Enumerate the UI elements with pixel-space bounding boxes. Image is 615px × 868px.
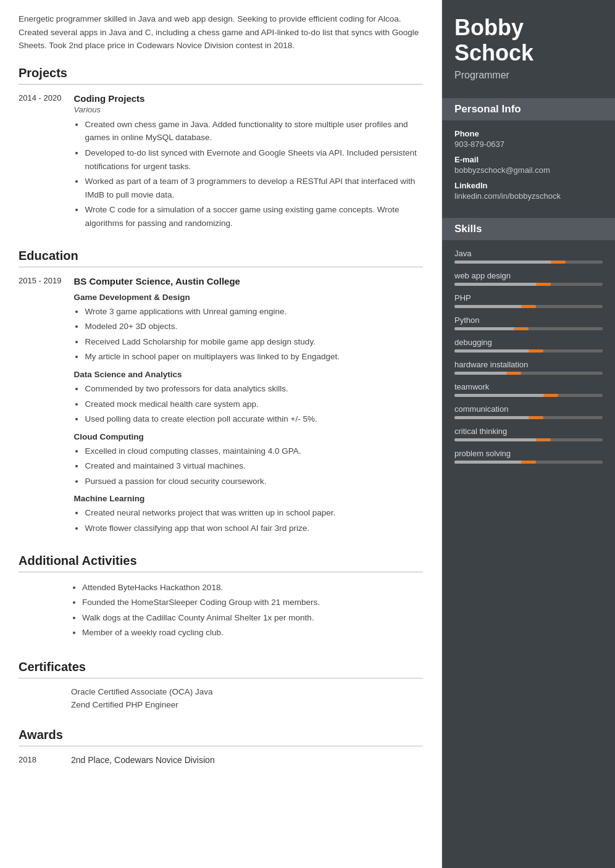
activities-dates <box>19 581 59 645</box>
activities-title: Additional Activities <box>19 554 423 572</box>
education-degree: BS Computer Science, Austin College <box>73 276 423 286</box>
phone-label: Phone <box>454 129 603 138</box>
certificates-title: Certificates <box>19 660 423 678</box>
skill-item: teamwork <box>454 382 603 397</box>
skill-bar <box>454 283 603 286</box>
skill-item: Java <box>454 249 603 264</box>
project-dates: 2014 - 2020 <box>19 93 61 234</box>
email-label: E-mail <box>454 155 603 164</box>
certificates-entry: Oracle Certified Associate (OCA) Java Ze… <box>19 687 423 713</box>
skill-name: Java <box>454 249 603 258</box>
bullet-item: Worked as part of a team of 3 programmer… <box>85 175 423 201</box>
bullet-item: Walk dogs at the Cadillac County Animal … <box>82 611 320 625</box>
skill-bar <box>454 394 603 397</box>
bullet-item: Created mock medical health care system … <box>85 398 423 411</box>
bullet-item: Excelled in cloud computing classes, mai… <box>85 444 423 458</box>
project-bullets: Created own chess game in Java. Added fu… <box>73 118 423 230</box>
award-entry: 2018 2nd Place, Codewars Novice Division <box>19 755 423 765</box>
bullet-item: Wrote 3 game applications with Unreal ga… <box>85 305 423 319</box>
bullet-item: Pursued a passion for cloud security cou… <box>85 475 423 488</box>
activities-section: Additional Activities Attended ByteHacks… <box>19 554 423 645</box>
right-column: Bobby Schock Programmer Personal Info Ph… <box>442 0 615 868</box>
skill-bar <box>454 261 603 264</box>
certificates-section: Certificates Oracle Certified Associate … <box>19 660 423 713</box>
project-content: Coding Projects Various Created own ches… <box>73 93 423 234</box>
bullet-item: Created neural networks project that was… <box>85 506 423 520</box>
bullet-item: Created own chess game in Java. Added fu… <box>85 118 423 144</box>
skill-item: communication <box>454 404 603 419</box>
skill-item: critical thinking <box>454 427 603 441</box>
skill-bar <box>454 349 603 353</box>
education-dates: 2015 - 2019 <box>19 276 61 539</box>
subsection-bullets: Wrote 3 game applications with Unreal ga… <box>73 305 423 364</box>
subsection-heading: Machine Learning <box>73 494 423 503</box>
personal-info-section: Personal Info Phone 903-879-0637 E-mail … <box>442 90 615 209</box>
bullet-item: My article in school paper on multiplaye… <box>85 350 423 364</box>
email-value: bobbyzschock@gmail.com <box>454 165 603 175</box>
skill-name: PHP <box>454 293 603 303</box>
linkedin-value: linkedin.com/in/bobbyzschock <box>454 191 603 201</box>
skill-bar <box>454 461 603 464</box>
education-section: Education 2015 - 2019 BS Computer Scienc… <box>19 249 423 539</box>
name-block: Bobby Schock Programmer <box>442 0 615 90</box>
project-title: Coding Projects <box>73 93 423 104</box>
bullet-item: Used polling data to create election pol… <box>85 412 423 426</box>
skill-item: Python <box>454 315 603 330</box>
bullet-item: Developed to-do list synced with Evernot… <box>85 146 423 173</box>
left-column: Energetic programmer skilled in Java and… <box>0 0 442 868</box>
subsection-bullets: Excelled in cloud computing classes, mai… <box>73 444 423 488</box>
cert-item: Zend Certified PHP Engineer <box>71 700 423 709</box>
bullet-item: Member of a weekly road cycling club. <box>82 626 320 640</box>
award-year: 2018 <box>19 755 59 765</box>
skill-item: problem solving <box>454 449 603 464</box>
skill-bar <box>454 372 603 375</box>
summary-text: Energetic programmer skilled in Java and… <box>19 12 423 52</box>
project-entry: 2014 - 2020 Coding Projects Various Crea… <box>19 93 423 234</box>
skill-name: web app design <box>454 271 603 280</box>
skill-name: Python <box>454 315 603 325</box>
skills-container: Javaweb app designPHPPythondebugginghard… <box>454 249 603 464</box>
personal-info-title: Personal Info <box>442 98 615 120</box>
subsection-bullets: Commended by two professors for data ana… <box>73 382 423 426</box>
subsection-heading: Cloud Computing <box>73 432 423 441</box>
skill-item: hardware installation <box>454 360 603 375</box>
skills-title: Skills <box>442 218 615 240</box>
award-description: 2nd Place, Codewars Novice Division <box>71 755 423 765</box>
activities-entry: Attended ByteHacks Hackathon 2018. Found… <box>19 581 423 645</box>
awards-title: Awards <box>19 728 423 746</box>
skill-bar <box>454 438 603 441</box>
cert-content: Oracle Certified Associate (OCA) Java Ze… <box>71 687 423 713</box>
awards-section: Awards 2018 2nd Place, Codewars Novice D… <box>19 728 423 765</box>
skill-name: teamwork <box>454 382 603 391</box>
skill-bar <box>454 305 603 308</box>
subsection-heading: Game Development & Design <box>73 293 423 302</box>
project-subtitle: Various <box>73 105 423 114</box>
education-title: Education <box>19 249 423 267</box>
bullet-item: Founded the HomeStarSleeper Coding Group… <box>82 596 320 609</box>
bullet-item: Attended ByteHacks Hackathon 2018. <box>82 581 320 595</box>
candidate-name: Bobby Schock <box>454 15 603 66</box>
name-line2: Schock <box>454 40 533 65</box>
bullet-item: Wrote flower classifying app that won sc… <box>85 522 423 535</box>
subsection-bullets: Created neural networks project that was… <box>73 506 423 535</box>
bullet-item: Commended by two professors for data ana… <box>85 382 423 396</box>
projects-title: Projects <box>19 66 423 85</box>
skill-item: web app design <box>454 271 603 286</box>
skill-name: hardware installation <box>454 360 603 369</box>
projects-section: Projects 2014 - 2020 Coding Projects Var… <box>19 66 423 234</box>
skill-name: communication <box>454 404 603 414</box>
cert-item: Oracle Certified Associate (OCA) Java <box>71 687 423 696</box>
skill-name: debugging <box>454 338 603 347</box>
bullet-item: Created and maintained 3 virtual machine… <box>85 459 423 473</box>
linkedin-label: LinkedIn <box>454 181 603 190</box>
bullet-item: Received Ladd Scholarship for mobile gam… <box>85 335 423 349</box>
education-entry: 2015 - 2019 BS Computer Science, Austin … <box>19 276 423 539</box>
skill-bar <box>454 327 603 330</box>
phone-value: 903-879-0637 <box>454 140 603 149</box>
cert-dates <box>19 687 59 713</box>
activities-bullets: Attended ByteHacks Hackathon 2018. Found… <box>71 581 320 641</box>
skills-section: Skills Javaweb app designPHPPythondebugg… <box>442 209 615 480</box>
skill-bar <box>454 416 603 419</box>
education-content: BS Computer Science, Austin College Game… <box>73 276 423 539</box>
skill-name: problem solving <box>454 449 603 458</box>
